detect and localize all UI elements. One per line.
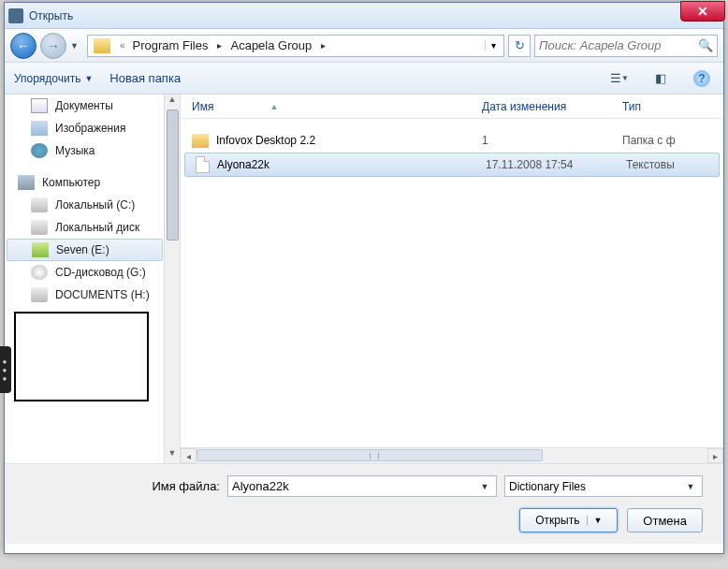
search-icon[interactable]: 🔍 xyxy=(698,38,713,52)
chevron-down-icon: ▼ xyxy=(84,74,93,83)
back-button[interactable]: ← xyxy=(10,33,36,59)
file-name: Infovox Desktop 2.2 xyxy=(216,134,315,147)
sidebar-item-label: Компьютер xyxy=(42,176,100,189)
breadcrumb[interactable]: « Program Files ▸ Acapela Group ▸ ▾ xyxy=(87,35,504,57)
folder-icon xyxy=(94,38,110,53)
breadcrumb-dropdown[interactable]: ▾ xyxy=(485,40,502,51)
view-mode-button[interactable]: ☰ ▼ xyxy=(607,68,632,89)
sidebar-computer[interactable]: Компьютер xyxy=(5,171,180,194)
chevron-right-icon[interactable]: ▸ xyxy=(210,40,228,51)
breadcrumb-item[interactable]: Program Files xyxy=(131,38,211,52)
column-date[interactable]: Дата изменения xyxy=(482,100,622,113)
sidebar-item-label: CD-дисковод (G:) xyxy=(55,266,146,279)
open-label: Открыть xyxy=(535,514,579,527)
open-dialog-window: Открыть ✕ ← → ▼ « Program Files ▸ Acapel… xyxy=(4,2,724,554)
sidebar-item-label: Музыка xyxy=(55,144,95,157)
file-icon xyxy=(196,156,210,173)
sidebar-library-item[interactable]: Изображения xyxy=(5,117,180,139)
drive-icon xyxy=(31,287,48,302)
sidebar-drive-item[interactable]: Seven (E:) xyxy=(7,239,163,261)
sidebar-item-label: DOCUMENTS (H:) xyxy=(55,288,150,301)
column-name[interactable]: Имя ▲ xyxy=(192,100,482,113)
sidebar-library-item[interactable]: Музыка xyxy=(5,139,180,162)
file-date: 1 xyxy=(482,134,622,147)
help-button[interactable]: ? xyxy=(690,68,714,89)
refresh-button[interactable]: ↻ xyxy=(508,35,531,57)
computer-icon xyxy=(18,175,35,190)
main-area: ДокументыИзображенияМузыка Компьютер Лок… xyxy=(5,95,723,463)
filename-combo[interactable]: ▼ xyxy=(227,475,497,497)
sidebar-item-label: Seven (E:) xyxy=(56,243,109,256)
open-split-dropdown[interactable]: ▼ xyxy=(587,516,602,525)
new-folder-button[interactable]: Новая папка xyxy=(109,71,181,85)
scrollbar-thumb[interactable] xyxy=(167,109,179,241)
sidebar-scrollbar[interactable]: ▲ ▼ xyxy=(164,95,180,463)
search-input[interactable] xyxy=(539,38,698,52)
drive-icon xyxy=(31,220,48,235)
breadcrumb-item[interactable]: Acapela Group xyxy=(228,38,313,52)
history-dropdown[interactable]: ▼ xyxy=(70,41,83,51)
sidebar-item-label: Локальный (C:) xyxy=(55,198,135,212)
sidebar-item-label: Изображения xyxy=(55,122,125,135)
search-box[interactable]: 🔍 xyxy=(534,35,718,57)
filetype-filter[interactable]: Dictionary Files ▼ xyxy=(504,475,703,497)
breadcrumb-sep[interactable]: « xyxy=(114,40,131,51)
file-name: Alyona22k xyxy=(217,158,269,171)
file-date: 17.11.2008 17:54 xyxy=(486,158,626,171)
forward-button[interactable]: → xyxy=(40,33,66,59)
bottom-panel: Имя файла: ▼ Dictionary Files ▼ Открыть … xyxy=(5,463,723,544)
horizontal-scrollbar[interactable]: ◂ ▸ xyxy=(181,447,723,463)
file-row[interactable]: Alyona22k17.11.2008 17:54Текстовы xyxy=(184,153,720,177)
chevron-down-icon[interactable]: ▼ xyxy=(683,482,698,491)
sidebar-library-item[interactable]: Документы xyxy=(5,95,180,117)
sidebar: ДокументыИзображенияМузыка Компьютер Лок… xyxy=(5,95,181,463)
library-icon xyxy=(31,98,48,113)
file-type: Папка с ф xyxy=(622,134,676,147)
sidebar-item-label: Документы xyxy=(55,99,113,112)
sidebar-drive-item[interactable]: CD-дисковод (G:) xyxy=(5,261,180,284)
close-button[interactable]: ✕ xyxy=(680,1,725,22)
library-icon xyxy=(31,121,48,136)
toolbar: Упорядочить ▼ Новая папка ☰ ▼ ◧ ? xyxy=(5,63,723,95)
file-row[interactable]: Infovox Desktop 2.21Папка с ф xyxy=(181,128,723,153)
window-title: Открыть xyxy=(29,9,720,22)
sidebar-drive-item[interactable]: Локальный (C:) xyxy=(5,194,180,216)
open-button[interactable]: Открыть ▼ xyxy=(519,508,618,533)
sidebar-item-label: Локальный диск xyxy=(55,221,139,234)
titlebar[interactable]: Открыть ✕ xyxy=(5,3,723,29)
column-type[interactable]: Тип xyxy=(622,100,648,113)
scroll-right-icon[interactable]: ▸ xyxy=(707,448,723,463)
navigation-row: ← → ▼ « Program Files ▸ Acapela Group ▸ … xyxy=(5,29,723,63)
drive-icon xyxy=(31,197,48,212)
file-type: Текстовы xyxy=(626,158,675,171)
cancel-button[interactable]: Отмена xyxy=(627,508,703,533)
side-tab[interactable]: ●●● xyxy=(0,346,11,393)
sidebar-drive-item[interactable]: DOCUMENTS (H:) xyxy=(5,284,180,306)
chevron-down-icon[interactable]: ▼ xyxy=(477,482,492,491)
column-label: Имя xyxy=(192,100,213,113)
file-list-area: Имя ▲ Дата изменения Тип Infovox Desktop… xyxy=(181,95,723,463)
filter-value: Dictionary Files xyxy=(509,480,683,493)
scrollbar-thumb[interactable] xyxy=(197,449,543,461)
drive-icon xyxy=(31,265,48,280)
organize-button[interactable]: Упорядочить ▼ xyxy=(14,72,93,85)
column-headers[interactable]: Имя ▲ Дата изменения Тип xyxy=(181,95,723,119)
filename-input[interactable] xyxy=(232,479,477,493)
app-icon xyxy=(8,8,23,23)
preview-pane-button[interactable]: ◧ xyxy=(648,68,673,89)
library-icon xyxy=(31,143,48,158)
chevron-right-icon[interactable]: ▸ xyxy=(313,40,332,51)
preview-pane xyxy=(14,312,149,401)
filename-label: Имя файла: xyxy=(23,479,220,493)
organize-label: Упорядочить xyxy=(14,72,80,85)
folder-icon xyxy=(192,134,209,148)
scroll-left-icon[interactable]: ◂ xyxy=(181,448,197,463)
drive-icon xyxy=(32,242,49,257)
sidebar-drive-item[interactable]: Локальный диск xyxy=(5,216,180,239)
sort-ascending-icon: ▲ xyxy=(269,102,278,111)
